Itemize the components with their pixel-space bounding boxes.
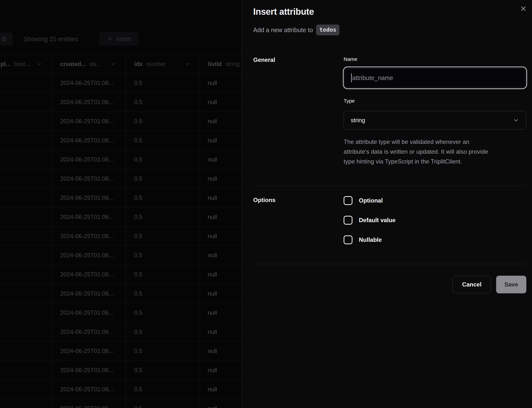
type-help-text: The attribute type will be validated whe… xyxy=(344,137,526,166)
showing-entities-text: Showing 25 entities xyxy=(24,33,78,45)
table-row[interactable]: 2024-06-25T01:06... 0.5 null xyxy=(0,93,241,112)
cell-listid: null xyxy=(200,93,241,111)
table-row[interactable]: 2024-06-25T01:06... 0.5 null xyxy=(0,227,241,246)
cell-listid: null xyxy=(200,150,241,169)
close-button[interactable] xyxy=(519,4,528,13)
cell-completed xyxy=(0,380,52,399)
table-header-row: pl... bool... created... da... idx numbe… xyxy=(0,55,241,73)
cell-completed xyxy=(0,112,52,131)
insert-attribute-dialog: Insert attribute Add a new attribute to … xyxy=(241,0,532,408)
cell-idx: 0.5 xyxy=(126,265,200,284)
dialog-subtitle: Add a new attribute to todos xyxy=(253,25,526,35)
attribute-name-input[interactable]: attribute_name xyxy=(344,67,526,88)
table-row[interactable]: 2024-06-25T01:06... 0.5 null xyxy=(0,303,241,322)
table-row[interactable]: 2024-06-25T01:06... 0.5 null xyxy=(0,207,241,227)
column-header-created: created... da... xyxy=(52,55,126,73)
cell-idx: 0.5 xyxy=(126,246,200,265)
general-section: General Name attribute_name Type string xyxy=(253,56,526,166)
table-row[interactable]: 2024-06-25T01:06... 0.5 null xyxy=(0,188,241,207)
default-value-option-row: Default value xyxy=(344,216,526,225)
cell-listid: null xyxy=(200,227,241,245)
cell-idx: 0.5 xyxy=(126,93,200,111)
cell-created: 2024-06-25T01:06... xyxy=(52,73,126,92)
cell-listid: null xyxy=(200,380,241,399)
subtitle-text: Add a new attribute to xyxy=(253,27,313,34)
nullable-checkbox[interactable] xyxy=(344,235,352,244)
cell-listid: null xyxy=(200,322,241,341)
options-section: Options Optional Default value Nullable xyxy=(253,196,526,244)
table-row[interactable]: 2024-06-25T01:06... 0.5 null xyxy=(0,284,241,303)
table-row[interactable]: 2024-06-25T01:06... 0.5 null xyxy=(0,322,241,341)
cell-listid: null xyxy=(200,399,241,408)
dialog-footer: Cancel Save xyxy=(253,276,526,293)
cell-idx: 0.5 xyxy=(126,341,200,360)
name-input-placeholder: attribute_name xyxy=(352,74,393,82)
cell-completed xyxy=(0,361,52,380)
column-header-idx: idx number xyxy=(126,55,200,73)
section-divider xyxy=(253,186,526,186)
cell-created: 2024-06-25T01:06... xyxy=(52,303,126,322)
table-row[interactable]: 2024-06-25T01:06... 0.5 null xyxy=(0,246,241,265)
table-row[interactable]: 2024-06-25T01:06... 0.5 null xyxy=(0,169,241,188)
cell-idx: 0.5 xyxy=(126,380,200,399)
default-value-checkbox-label: Default value xyxy=(359,217,395,224)
cell-created: 2024-06-25T01:06... xyxy=(52,131,126,150)
cell-idx: 0.5 xyxy=(126,169,200,188)
cell-completed xyxy=(0,207,52,226)
cell-completed xyxy=(0,131,52,150)
optional-checkbox[interactable] xyxy=(344,196,352,205)
filters-count-button[interactable]: 0 xyxy=(0,33,13,45)
cell-completed xyxy=(0,227,52,245)
table-row[interactable]: 2024-06-25T01:06... 0.5 null xyxy=(0,112,241,131)
cell-idx: 0.5 xyxy=(126,150,200,169)
cell-listid: null xyxy=(200,341,241,360)
cell-completed xyxy=(0,150,52,169)
cell-created: 2024-06-25T01:06... xyxy=(52,188,126,207)
app-window: 0 Showing 25 entities Insert pl... bool.… xyxy=(0,0,532,408)
cell-listid: null xyxy=(200,169,241,188)
default-value-checkbox[interactable] xyxy=(344,216,352,225)
cancel-button[interactable]: Cancel xyxy=(452,276,491,293)
table-row[interactable]: 2024-06-25T01:06... 0.5 null xyxy=(0,380,241,399)
cell-created: 2024-06-25T01:06... xyxy=(52,341,126,360)
column-menu-chevron-down-icon[interactable] xyxy=(111,61,116,67)
name-field-label: Name xyxy=(344,56,526,62)
type-field-label: Type xyxy=(344,98,526,104)
cell-idx: 0.5 xyxy=(126,361,200,380)
insert-entity-button[interactable]: Insert xyxy=(99,32,139,46)
cell-completed xyxy=(0,246,52,265)
footer-divider xyxy=(253,264,526,264)
cell-idx: 0.5 xyxy=(126,73,200,92)
table-row[interactable]: 2024-06-25T01:06... 0.5 null xyxy=(0,73,241,93)
general-section-label: General xyxy=(253,56,344,166)
type-select-value: string xyxy=(351,117,365,124)
table-row[interactable]: 2024-06-25T01:06... 0.5 null xyxy=(0,341,241,361)
table-row[interactable]: 2024-06-25T01:06... 0.5 null xyxy=(0,265,241,284)
table-row[interactable]: 2024-06-25T01:06... 0.5 null xyxy=(0,131,241,150)
cell-completed xyxy=(0,93,52,111)
cell-listid: null xyxy=(200,303,241,322)
cell-created: 2024-06-25T01:06... xyxy=(52,246,126,265)
cell-created: 2024-06-25T01:06... xyxy=(52,380,126,399)
collection-badge: todos xyxy=(316,25,339,35)
table-row[interactable]: 2024-06-25T01:06... 0.5 null xyxy=(0,399,241,408)
cell-idx: 0.5 xyxy=(126,303,200,322)
cell-idx: 0.5 xyxy=(126,207,200,226)
type-select[interactable]: string xyxy=(344,111,526,130)
cell-listid: null xyxy=(200,246,241,265)
column-header-listid: listId string xyxy=(200,55,241,73)
cell-listid: null xyxy=(200,207,241,226)
cell-listid: null xyxy=(200,73,241,92)
table-body: 2024-06-25T01:06... 0.5 null 2024-06-25T… xyxy=(0,73,241,408)
table-row[interactable]: 2024-06-25T01:06... 0.5 null xyxy=(0,361,241,380)
nullable-option-row: Nullable xyxy=(344,235,526,244)
column-menu-chevron-down-icon[interactable] xyxy=(184,61,190,67)
save-button[interactable]: Save xyxy=(496,276,526,293)
cell-idx: 0.5 xyxy=(126,112,200,131)
options-section-label: Options xyxy=(253,196,344,244)
nullable-checkbox-label: Nullable xyxy=(359,236,382,243)
text-caret xyxy=(351,73,352,82)
table-row[interactable]: 2024-06-25T01:06... 0.5 null xyxy=(0,150,241,169)
cell-completed xyxy=(0,322,52,341)
column-menu-chevron-down-icon[interactable] xyxy=(37,61,42,67)
